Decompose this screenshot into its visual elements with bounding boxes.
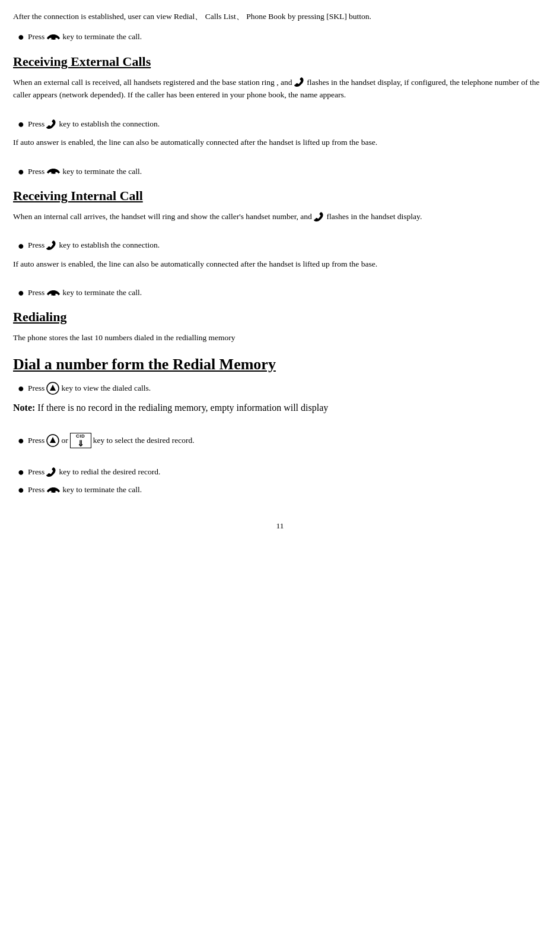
bullet-text-9: Press key to terminate the call. [28, 484, 142, 496]
heading-receiving-external: Receiving External Calls [13, 52, 547, 71]
bullet-select-record: ● Press or CID ⇓ key to select the desir… [18, 433, 547, 448]
phone-end-icon-3 [46, 287, 61, 299]
key-label-1: key to terminate the call. [62, 31, 142, 43]
intro-paragraph: After the connection is established, use… [13, 11, 547, 23]
bullet-dot-1: ● [18, 31, 24, 42]
key-label-2: key to establish the connection. [59, 118, 160, 130]
or-label: or [61, 435, 68, 446]
bullet-terminate-2: ● Press key to terminate the call. [18, 166, 547, 178]
phone-flash-icon-2 [314, 212, 324, 223]
note-bold: Note: [13, 403, 35, 413]
bullet-redial-record: ● Press key to redial the desired record… [18, 466, 547, 478]
bullet-dot-4: ● [18, 240, 24, 251]
bullet-text-4: Press key to establish the connection. [28, 239, 160, 251]
press-label-5: Press [28, 287, 45, 299]
bullet-text-6: Press key to view the dialed calls. [28, 382, 151, 395]
bullet-text-8: Press key to redial the desired record. [28, 466, 160, 478]
phone-flash-icon-1 [294, 77, 305, 88]
bullet-text-7: Press or CID ⇓ key to select the desired… [28, 433, 195, 448]
document-container: After the connection is established, use… [13, 11, 547, 532]
bullet-dot-2: ● [18, 119, 24, 129]
bullet-dot-6: ● [18, 383, 24, 394]
redialing-para: The phone stores the last 10 numbers dia… [13, 331, 547, 344]
bullet-text-3: Press key to terminate the call. [28, 166, 142, 178]
phone-end-icon-4 [46, 484, 61, 496]
auto-answer-para-1: If auto answer is enabled, the line can … [13, 136, 547, 149]
page-number: 11 [276, 521, 284, 530]
bullet-terminate-1: ● Press key to terminate the call. [18, 31, 547, 43]
key-label-5: key to terminate the call. [62, 287, 142, 299]
key-label-4: key to establish the connection. [59, 239, 160, 251]
page-footer: 11 [13, 520, 547, 532]
heading-redialing: Redialing [13, 307, 547, 327]
press-label-6: Press [28, 382, 45, 394]
key-label-9: key to terminate the call. [62, 484, 142, 496]
bullet-dot-3: ● [18, 166, 24, 177]
bullet-dot-5: ● [18, 287, 24, 298]
key-label-7: key to select the desired record. [93, 435, 195, 446]
bullet-terminate-4: ● Press key to terminate the call. [18, 484, 547, 496]
key-label-8: key to redial the desired record. [59, 466, 160, 478]
external-calls-para: When an external call is received, all h… [13, 76, 547, 102]
bullet-dot-9: ● [18, 484, 24, 495]
note-text: If there is no record in the redialing m… [37, 403, 328, 413]
heading-dial-redial-memory: Dial a number form the Redial Memory [13, 353, 547, 376]
phone-end-icon-2 [46, 166, 61, 178]
press-label-8: Press [28, 466, 45, 478]
nav-up-circle-icon-2 [46, 434, 59, 447]
press-label-3: Press [28, 166, 45, 178]
auto-answer-para-2: If auto answer is enabled, the line can … [13, 258, 547, 271]
press-label-9: Press [28, 484, 45, 496]
bullet-establish-2: ● Press key to establish the connection. [18, 239, 547, 251]
heading-receiving-internal: Receiving Internal Call [13, 186, 547, 205]
press-label-2: Press [28, 118, 45, 130]
note-paragraph: Note: If there is no record in the redia… [13, 401, 547, 415]
bullet-text-2: Press key to establish the connection. [28, 118, 160, 130]
svg-marker-1 [50, 385, 56, 391]
key-label-3: key to terminate the call. [62, 166, 142, 178]
phone-receive-icon-2 [46, 239, 57, 251]
bullet-text-1: Press key to terminate the call. [28, 31, 142, 43]
svg-marker-3 [50, 437, 56, 443]
bullet-establish-1: ● Press key to establish the connection. [18, 118, 547, 130]
phone-receive-icon-1 [46, 118, 57, 130]
bullet-terminate-3: ● Press key to terminate the call. [18, 287, 547, 299]
cid-button-icon: CID ⇓ [70, 433, 91, 448]
nav-up-circle-icon [46, 382, 59, 395]
press-label-7: Press [28, 435, 45, 446]
bullet-dot-7: ● [18, 435, 24, 446]
bullet-dot-8: ● [18, 467, 24, 477]
internal-calls-para: When an internal call arrives, the hands… [13, 210, 547, 223]
bullet-text-5: Press key to terminate the call. [28, 287, 142, 299]
press-label-1: Press [28, 31, 45, 43]
press-label-4: Press [28, 239, 45, 251]
phone-end-icon-1 [46, 31, 61, 43]
bullet-view-dialed: ● Press key to view the dialed calls. [18, 382, 547, 395]
key-label-6: key to view the dialed calls. [61, 382, 151, 394]
phone-receive-icon-3 [46, 466, 57, 478]
